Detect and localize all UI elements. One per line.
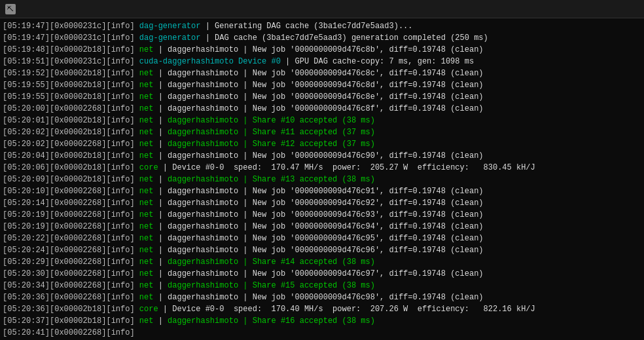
log-sep: |: [158, 234, 163, 243]
log-source: net: [135, 116, 158, 125]
log-prefix: [05:19:55][0x00002b18][info]: [3, 81, 135, 90]
log-sep: |: [158, 69, 163, 78]
log-prefix: [05:20:24][0x00002268][info]: [3, 246, 135, 255]
log-prefix: [05:20:02][0x00002268][info]: [3, 140, 135, 149]
log-sep: |: [158, 92, 163, 102]
log-line: [05:19:51][0x0000231c][info] cuda-dagger…: [3, 56, 641, 67]
log-line: [05:20:36][0x00002b18][info] core | Devi…: [3, 303, 641, 315]
log-sep: |: [158, 293, 163, 302]
log-source: net: [135, 45, 158, 54]
log-message: daggerhashimoto | Share #14 accepted (38…: [163, 257, 375, 267]
log-line: [05:20:02][0x00002268][info] net | dagge…: [3, 138, 641, 150]
log-message: daggerhashimoto | New job '0000000009d47…: [163, 151, 484, 161]
title-bar: ⛏: [0, 0, 644, 18]
app-icon: ⛏: [5, 4, 16, 14]
log-sep: |: [158, 316, 163, 326]
log-prefix: [05:19:47][0x0000231c][info]: [3, 22, 135, 31]
log-source: net: [135, 293, 158, 302]
log-message: Device #0-0 speed: 170.47 MH/s power: 20…: [168, 163, 535, 172]
log-source: net: [135, 18, 158, 19]
log-source: net: [135, 257, 158, 267]
log-prefix: [05:19:47][0x00002268][info]: [3, 18, 135, 19]
log-source: net: [135, 69, 158, 78]
log-sep: |: [158, 18, 163, 19]
log-prefix: [05:20:01][0x00002b18][info]: [3, 116, 135, 125]
log-message: DAG cache (3ba1ec7dd7e5aad3) generation …: [210, 33, 488, 43]
log-sep: |: [158, 246, 163, 255]
log-sep: |: [158, 81, 163, 90]
log-prefix: [05:20:22][0x00002268][info]: [3, 234, 135, 243]
log-source: dag-generator: [135, 33, 206, 43]
log-message: daggerhashimoto | New job '0000000009d47…: [163, 69, 484, 78]
log-line: [05:19:52][0x00002b18][info] net | dagge…: [3, 67, 641, 79]
log-line: [05:20:10][0x00002268][info] net | dagge…: [3, 185, 641, 197]
log-source: net: [135, 222, 158, 231]
log-sep: |: [158, 45, 163, 54]
log-sep: |: [158, 151, 163, 161]
log-sep: |: [158, 210, 163, 219]
log-source: cuda-daggerhashimoto Device #0: [135, 57, 285, 66]
log-message: daggerhashimoto | New job '0000000009d47…: [163, 293, 484, 302]
log-source: net: [135, 210, 158, 219]
log-message: daggerhashimoto | New job '0000000009d47…: [163, 104, 484, 113]
log-prefix: [05:20:19][0x00002268][info]: [3, 222, 135, 231]
log-sep: |: [158, 281, 163, 290]
log-prefix: [05:19:52][0x00002b18][info]: [3, 69, 135, 78]
log-source: net: [135, 269, 158, 278]
log-sep: |: [158, 104, 163, 113]
log-prefix: [05:20:36][0x00002b18][info]: [3, 305, 135, 314]
log-line: [05:19:55][0x00002b18][info] net | dagge…: [3, 91, 641, 103]
log-line: [05:20:01][0x00002b18][info] net | dagge…: [3, 115, 641, 126]
log-prefix: [05:20:06][0x00002b18][info]: [3, 163, 135, 172]
log-message: daggerhashimoto | New job '0000000009d47…: [163, 222, 484, 231]
log-source: net: [135, 234, 158, 243]
log-line: [05:20:22][0x00002268][info] net | dagge…: [3, 233, 641, 244]
log-message: daggerhashimoto | New job '0000000009d47…: [163, 234, 484, 243]
log-line: [05:20:29][0x00002268][info] net | dagge…: [3, 256, 641, 268]
log-line: [05:20:19][0x00002268][info] net | dagge…: [3, 221, 641, 233]
log-prefix: [05:19:47][0x0000231c][info]: [3, 33, 135, 43]
log-message: daggerhashimoto | New job '0000000009d47…: [163, 210, 484, 219]
log-line: [05:20:37][0x00002b18][info] net | dagge…: [3, 315, 641, 327]
maximize-button[interactable]: [601, 3, 619, 16]
log-message: daggerhashimoto | Share #10 accepted (38…: [163, 116, 375, 125]
log-sep: |: [206, 33, 210, 43]
log-line: [05:20:34][0x00002268][info] net | dagge…: [3, 280, 641, 292]
log-line: [05:19:47][0x0000231c][info] dag-generat…: [3, 32, 641, 44]
log-sep: |: [158, 128, 163, 137]
log-line: [05:19:47][0x0000231c][info] dag-generat…: [3, 20, 641, 32]
log-source: net: [135, 246, 158, 255]
log-source: core: [135, 305, 163, 314]
log-prefix: [05:19:51][0x0000231c][info]: [3, 57, 135, 66]
log-sep: |: [158, 222, 163, 231]
minimize-button[interactable]: [581, 3, 599, 16]
log-line: [05:20:04][0x00002b18][info] net | dagge…: [3, 150, 641, 162]
log-source: net: [135, 151, 158, 161]
log-line: [05:20:36][0x00002268][info] net | dagge…: [3, 292, 641, 303]
log-message: daggerhashimoto | New job '0000000009d47…: [163, 246, 484, 255]
log-sep: |: [163, 163, 168, 172]
log-sep: |: [158, 187, 163, 196]
log-source: net: [135, 187, 158, 196]
log-message: daggerhashimoto | New job '0000000009d47…: [163, 18, 484, 19]
log-message: daggerhashimoto | New job '0000000009d47…: [163, 45, 484, 54]
log-source: net: [135, 175, 158, 184]
log-message: daggerhashimoto | New job '0000000009d47…: [163, 269, 484, 278]
log-sep: |: [158, 175, 163, 184]
log-message: daggerhashimoto | New job '0000000009d47…: [163, 187, 484, 196]
log-source: net: [135, 281, 158, 290]
log-source: net: [135, 104, 158, 113]
close-button[interactable]: [620, 3, 639, 16]
app-window: ⛏ [05:19:47][0x00002b18][info] nhmp | Su…: [0, 0, 644, 340]
log-sep: |: [163, 305, 168, 314]
log-line: [05:20:30][0x00002268][info] net | dagge…: [3, 268, 641, 280]
log-prefix: [05:20:30][0x00002268][info]: [3, 269, 135, 278]
log-sep: |: [158, 257, 163, 267]
log-prefix: [05:20:00][0x00002268][info]: [3, 104, 135, 113]
log-line: [05:20:02][0x00002b18][info] net | dagge…: [3, 126, 641, 138]
log-message: GPU DAG cache-copy: 7 ms, gen: 1098 ms: [290, 57, 474, 66]
log-message: daggerhashimoto | New job '0000000009d47…: [163, 81, 484, 90]
log-source: net: [135, 198, 158, 208]
log-line: [05:19:48][0x00002b18][info] net | dagge…: [3, 44, 641, 56]
log-source: net: [135, 81, 158, 90]
